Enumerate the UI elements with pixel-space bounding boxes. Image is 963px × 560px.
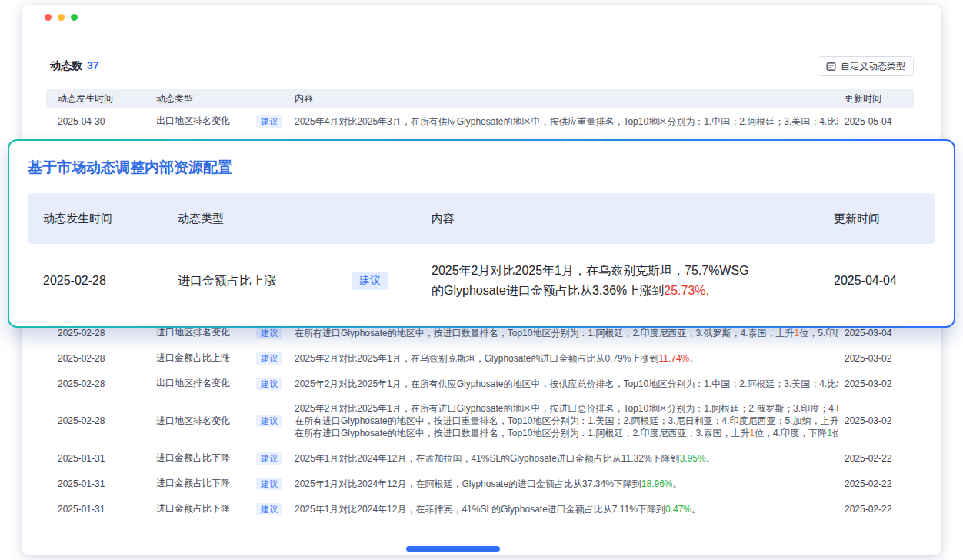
suggestion-badge: 建议: [256, 378, 282, 390]
column-header-updated: 更新时间: [838, 92, 914, 105]
row-type: 出口地区排名变化 建议: [150, 377, 288, 390]
row-updated: 2025-03-02: [838, 353, 914, 364]
callout-row-time: 2025-02-28: [28, 274, 162, 288]
customize-button-label: 自定义动态类型: [841, 60, 905, 73]
row-type-label: 出口地区排名变化: [156, 377, 230, 390]
table-row[interactable]: 2025-02-28 进口金额占比上涨 建议 2025年2月对比2025年1月，…: [46, 345, 914, 371]
customize-icon: [826, 62, 836, 72]
callout-row-updated: 2025-04-04: [818, 274, 935, 288]
dynamics-count-label: 动态数: [50, 59, 82, 72]
row-type-label: 进口地区排名变化: [156, 326, 230, 339]
table-row[interactable]: 2025-02-28 出口地区排名变化 建议 2025年2月对比2025年1月，…: [46, 371, 914, 396]
row-time: 2025-01-31: [46, 504, 150, 515]
row-updated: 2025-03-02: [838, 415, 914, 426]
row-time: 2025-02-28: [46, 415, 150, 426]
table-rows-above-overlay: 2025-04-30 出口地区排名变化 建议 2025年4月对比2025年3月，…: [46, 108, 914, 134]
row-updated: 2025-03-04: [838, 328, 914, 338]
table-row[interactable]: 2025-01-31 进口金额占比下降 建议 2025年1月对比2024年12月…: [46, 445, 914, 471]
highlight-callout-body: 基于市场动态调整内部资源配置 动态发生时间 动态类型 内容 更新时间 2025-…: [9, 141, 954, 326]
dynamics-count-value: 37: [87, 59, 99, 72]
callout-column-time: 动态发生时间: [28, 212, 162, 226]
row-type-label: 进口金额占比下降: [156, 477, 230, 490]
window-controls: [45, 14, 78, 21]
row-time: 2025-02-28: [46, 378, 150, 389]
row-type-label: 进口金额占比下降: [156, 502, 230, 515]
suggestion-badge: 建议: [256, 503, 282, 515]
row-type: 出口地区排名变化 建议: [150, 115, 288, 128]
row-type: 进口金额占比下降 建议: [150, 477, 288, 490]
callout-row-content: 2025年2月对比2025年1月，在乌兹别克斯坦，75.7%WSG的Glypho…: [416, 261, 818, 301]
callout-data-row: 2025-02-28 进口金额占比上涨 建议 2025年2月对比2025年1月，…: [28, 261, 935, 301]
page-title: 动态数37: [50, 59, 99, 73]
table-row[interactable]: 2025-02-28 进口地区排名变化 建议 2025年2月对比2025年1月，…: [46, 396, 914, 445]
row-content: 2025年4月对比2025年3月，在所有供应Glyphosate的地区中，按供应…: [288, 115, 838, 128]
row-type-label: 出口地区排名变化: [156, 115, 230, 128]
row-content: 2025年1月对比2024年12月，在孟加拉国，41%SL的Glyphosate…: [288, 452, 838, 465]
suggestion-badge: 建议: [352, 272, 388, 290]
callout-row-type: 进口金额占比上涨 建议: [162, 272, 416, 290]
row-content: 在所有进口Glyphosate的地区中，按进口数量排名，Top10地区分别为：1…: [288, 327, 838, 339]
table-rows-below-overlay: 2025-02-28 进口地区排名变化 建议 在所有进口Glyphosate的地…: [46, 320, 914, 522]
column-header-time: 动态发生时间: [46, 92, 150, 105]
row-type: 进口地区排名变化 建议: [150, 415, 288, 428]
suggestion-badge: 建议: [256, 478, 282, 490]
row-type-label: 进口地区排名变化: [156, 415, 230, 428]
row-type: 进口金额占比上涨 建议: [150, 352, 288, 365]
zoom-window-button[interactable]: [71, 14, 78, 21]
column-header-content: 内容: [288, 92, 838, 105]
row-time: 2025-01-31: [46, 453, 150, 464]
customize-dynamic-type-button[interactable]: 自定义动态类型: [818, 56, 914, 76]
table-header-row: 动态发生时间 动态类型 内容 更新时间: [46, 89, 914, 108]
row-content: 2025年2月对比2025年1月，在所有供应Glyphosate的地区中，按供应…: [288, 378, 838, 390]
page-header: 动态数37 自定义动态类型: [50, 54, 914, 78]
column-header-type: 动态类型: [150, 92, 288, 105]
callout-column-type: 动态类型: [162, 212, 416, 226]
suggestion-badge: 建议: [256, 327, 282, 339]
row-time: 2025-02-28: [46, 353, 150, 364]
callout-header-row: 动态发生时间 动态类型 内容 更新时间: [28, 193, 935, 244]
highlight-callout: 基于市场动态调整内部资源配置 动态发生时间 动态类型 内容 更新时间 2025-…: [8, 139, 955, 328]
row-time: 2025-01-31: [46, 478, 150, 489]
callout-type-label: 进口金额占比上涨: [178, 273, 276, 289]
row-type: 进口金额占比下降 建议: [150, 502, 288, 515]
table-row[interactable]: 2025-04-30 出口地区排名变化 建议 2025年4月对比2025年3月，…: [46, 108, 914, 134]
suggestion-badge: 建议: [256, 352, 282, 365]
callout-column-updated: 更新时间: [818, 212, 935, 226]
close-window-button[interactable]: [45, 14, 52, 21]
callout-title: 基于市场动态调整内部资源配置: [28, 158, 935, 178]
row-updated: 2025-03-02: [838, 378, 914, 389]
row-updated: 2025-05-04: [838, 116, 914, 127]
suggestion-badge: 建议: [256, 452, 282, 465]
row-type: 进口金额占比下降 建议: [150, 452, 288, 465]
row-content: 2025年1月对比2024年12月，在菲律宾，41%SL的Glyphosate进…: [288, 503, 838, 515]
row-updated: 2025-02-22: [838, 478, 914, 489]
row-content: 2025年1月对比2024年12月，在阿根廷，Glyphosate的进口金额占比…: [288, 478, 838, 490]
row-time: 2025-04-30: [46, 116, 150, 127]
row-type-label: 进口金额占比上涨: [156, 352, 230, 365]
suggestion-badge: 建议: [256, 115, 282, 128]
row-type: 进口地区排名变化 建议: [150, 326, 288, 339]
horizontal-scrollbar-thumb[interactable]: [406, 546, 500, 552]
row-content: 2025年2月对比2025年1月，在所有进口Glyphosate的地区中，按进口…: [288, 402, 838, 439]
row-type-label: 进口金额占比下降: [156, 452, 230, 465]
table-row[interactable]: 2025-01-31 进口金额占比下降 建议 2025年1月对比2024年12月…: [46, 471, 914, 496]
minimize-window-button[interactable]: [58, 14, 65, 21]
row-updated: 2025-02-22: [838, 504, 914, 515]
callout-column-content: 内容: [416, 212, 818, 226]
row-updated: 2025-02-22: [838, 453, 914, 464]
table-row[interactable]: 2025-01-31 进口金额占比下降 建议 2025年1月对比2024年12月…: [46, 496, 914, 522]
row-content: 2025年2月对比2025年1月，在乌兹别克斯坦，Glyphosate的进口金额…: [288, 352, 838, 365]
suggestion-badge: 建议: [256, 415, 282, 427]
row-time: 2025-02-28: [46, 328, 150, 338]
